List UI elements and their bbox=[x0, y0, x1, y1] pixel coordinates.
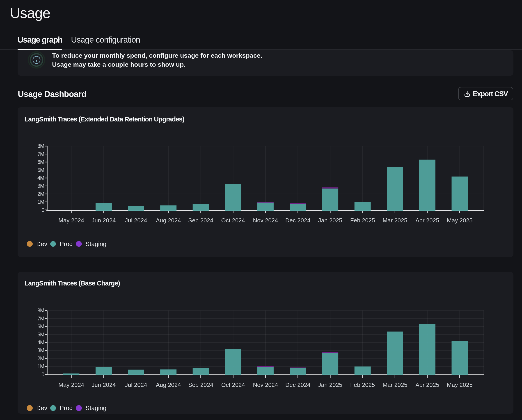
svg-text:7M: 7M bbox=[38, 151, 44, 157]
svg-text:Nov 2024: Nov 2024 bbox=[253, 382, 278, 388]
svg-text:May 2024: May 2024 bbox=[58, 382, 84, 388]
svg-text:Oct 2024: Oct 2024 bbox=[221, 217, 245, 224]
svg-text:2M: 2M bbox=[38, 356, 44, 361]
svg-text:Aug 2024: Aug 2024 bbox=[156, 217, 181, 224]
svg-text:Mar 2025: Mar 2025 bbox=[383, 382, 407, 388]
svg-text:0: 0 bbox=[41, 207, 44, 213]
svg-text:Sep 2024: Sep 2024 bbox=[188, 217, 213, 224]
svg-text:May 2024: May 2024 bbox=[58, 217, 84, 224]
svg-text:Dec 2024: Dec 2024 bbox=[285, 217, 310, 224]
svg-text:0: 0 bbox=[41, 372, 44, 377]
svg-text:Apr 2025: Apr 2025 bbox=[415, 217, 439, 224]
svg-text:Jun 2024: Jun 2024 bbox=[92, 382, 116, 388]
svg-text:May 2025: May 2025 bbox=[447, 382, 472, 388]
svg-text:Oct 2024: Oct 2024 bbox=[221, 382, 245, 388]
svg-text:i: i bbox=[36, 58, 37, 63]
svg-text:Feb 2025: Feb 2025 bbox=[350, 217, 375, 224]
svg-text:Dec 2024: Dec 2024 bbox=[285, 382, 310, 388]
svg-text:5M: 5M bbox=[38, 332, 44, 337]
svg-text:2M: 2M bbox=[38, 191, 44, 197]
svg-text:7M: 7M bbox=[38, 316, 44, 321]
svg-text:Jan 2025: Jan 2025 bbox=[318, 382, 342, 388]
svg-text:Feb 2025: Feb 2025 bbox=[350, 382, 375, 388]
svg-text:Jul 2024: Jul 2024 bbox=[125, 382, 147, 388]
svg-text:4M: 4M bbox=[38, 175, 44, 181]
svg-text:Jul 2024: Jul 2024 bbox=[125, 217, 147, 224]
svg-text:May 2025: May 2025 bbox=[447, 217, 472, 224]
svg-text:8M: 8M bbox=[38, 308, 44, 313]
svg-text:6M: 6M bbox=[38, 159, 44, 165]
svg-text:Nov 2024: Nov 2024 bbox=[253, 217, 278, 224]
svg-text:Apr 2025: Apr 2025 bbox=[415, 382, 439, 388]
svg-text:1M: 1M bbox=[38, 199, 44, 205]
svg-text:Mar 2025: Mar 2025 bbox=[383, 217, 407, 224]
svg-text:6M: 6M bbox=[38, 324, 44, 329]
svg-text:3M: 3M bbox=[38, 347, 44, 353]
svg-text:8M: 8M bbox=[38, 143, 44, 149]
svg-text:5M: 5M bbox=[38, 167, 44, 173]
svg-text:Jan 2025: Jan 2025 bbox=[318, 217, 342, 224]
svg-text:Aug 2024: Aug 2024 bbox=[156, 382, 181, 388]
svg-text:1M: 1M bbox=[38, 363, 44, 369]
svg-text:4M: 4M bbox=[38, 340, 44, 345]
svg-text:Jun 2024: Jun 2024 bbox=[92, 217, 116, 224]
svg-text:3M: 3M bbox=[38, 183, 44, 189]
svg-text:Sep 2024: Sep 2024 bbox=[188, 382, 213, 388]
